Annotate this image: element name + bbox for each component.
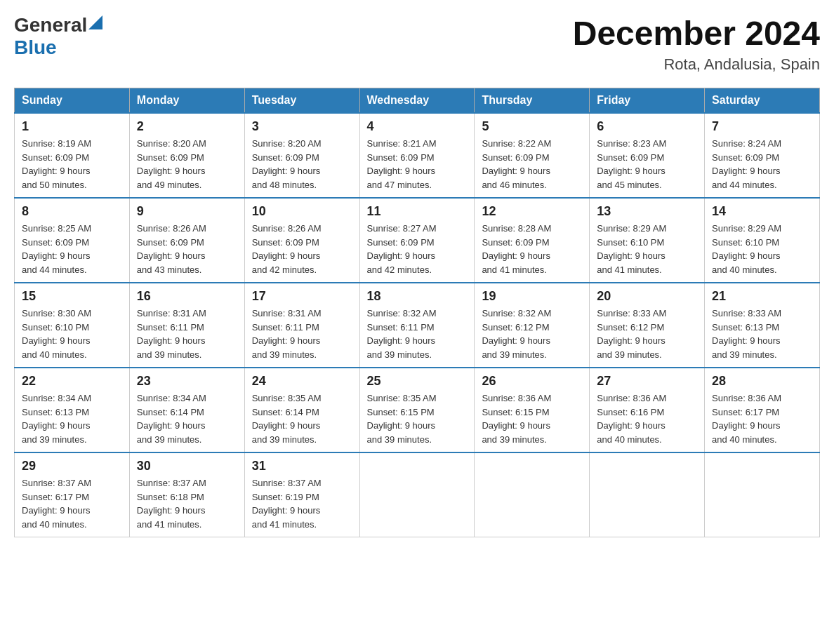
- svg-marker-0: [88, 15, 102, 29]
- table-row: 11 Sunrise: 8:27 AM Sunset: 6:09 PM Dayl…: [359, 198, 475, 283]
- day-info: Sunrise: 8:35 AM Sunset: 6:15 PM Dayligh…: [367, 391, 468, 446]
- day-number: 30: [137, 459, 237, 474]
- day-number: 2: [137, 119, 237, 134]
- table-row: 10 Sunrise: 8:26 AM Sunset: 6:09 PM Dayl…: [244, 198, 359, 283]
- table-row: 15 Sunrise: 8:30 AM Sunset: 6:10 PM Dayl…: [15, 283, 130, 368]
- calendar-week-row: 22 Sunrise: 8:34 AM Sunset: 6:13 PM Dayl…: [15, 368, 820, 452]
- day-info: Sunrise: 8:33 AM Sunset: 6:12 PM Dayligh…: [597, 307, 697, 361]
- table-row: 17 Sunrise: 8:31 AM Sunset: 6:11 PM Dayl…: [244, 283, 359, 368]
- day-number: 23: [137, 374, 237, 389]
- day-number: 1: [22, 119, 122, 134]
- day-info: Sunrise: 8:30 AM Sunset: 6:10 PM Dayligh…: [22, 307, 122, 361]
- day-info: Sunrise: 8:27 AM Sunset: 6:09 PM Dayligh…: [367, 222, 468, 276]
- header-monday: Monday: [129, 88, 244, 114]
- day-number: 24: [252, 374, 352, 389]
- day-info: Sunrise: 8:36 AM Sunset: 6:15 PM Dayligh…: [482, 391, 582, 446]
- table-row: 7 Sunrise: 8:24 AM Sunset: 6:09 PM Dayli…: [705, 113, 820, 198]
- day-info: Sunrise: 8:31 AM Sunset: 6:11 PM Dayligh…: [252, 307, 352, 361]
- day-info: Sunrise: 8:23 AM Sunset: 6:09 PM Dayligh…: [597, 137, 697, 192]
- table-row: 3 Sunrise: 8:20 AM Sunset: 6:09 PM Dayli…: [244, 113, 359, 198]
- table-row: 19 Sunrise: 8:32 AM Sunset: 6:12 PM Dayl…: [475, 283, 590, 368]
- day-number: 11: [367, 204, 468, 219]
- title-section: December 2024 Rota, Andalusia, Spain: [573, 14, 820, 74]
- day-info: Sunrise: 8:20 AM Sunset: 6:09 PM Dayligh…: [137, 137, 237, 192]
- day-number: 3: [252, 119, 352, 134]
- day-info: Sunrise: 8:26 AM Sunset: 6:09 PM Dayligh…: [252, 222, 352, 276]
- day-number: 15: [22, 289, 122, 304]
- calendar-week-row: 8 Sunrise: 8:25 AM Sunset: 6:09 PM Dayli…: [15, 198, 820, 283]
- day-number: 20: [597, 289, 697, 304]
- day-number: 21: [712, 289, 812, 304]
- day-number: 17: [252, 289, 352, 304]
- day-info: Sunrise: 8:32 AM Sunset: 6:12 PM Dayligh…: [482, 307, 582, 361]
- calendar-week-row: 29 Sunrise: 8:37 AM Sunset: 6:17 PM Dayl…: [15, 452, 820, 537]
- day-info: Sunrise: 8:37 AM Sunset: 6:17 PM Dayligh…: [22, 476, 122, 531]
- day-info: Sunrise: 8:31 AM Sunset: 6:11 PM Dayligh…: [137, 307, 237, 361]
- table-row: 25 Sunrise: 8:35 AM Sunset: 6:15 PM Dayl…: [359, 368, 475, 452]
- header-tuesday: Tuesday: [244, 88, 359, 114]
- table-row: 14 Sunrise: 8:29 AM Sunset: 6:10 PM Dayl…: [705, 198, 820, 283]
- calendar-header-row: Sunday Monday Tuesday Wednesday Thursday…: [15, 88, 820, 114]
- day-info: Sunrise: 8:34 AM Sunset: 6:13 PM Dayligh…: [22, 391, 122, 446]
- table-row: [359, 452, 475, 537]
- day-number: 14: [712, 204, 812, 219]
- calendar-week-row: 15 Sunrise: 8:30 AM Sunset: 6:10 PM Dayl…: [15, 283, 820, 368]
- day-info: Sunrise: 8:29 AM Sunset: 6:10 PM Dayligh…: [712, 222, 812, 276]
- table-row: 20 Sunrise: 8:33 AM Sunset: 6:12 PM Dayl…: [590, 283, 705, 368]
- table-row: 8 Sunrise: 8:25 AM Sunset: 6:09 PM Dayli…: [15, 198, 130, 283]
- day-number: 22: [22, 374, 122, 389]
- table-row: 26 Sunrise: 8:36 AM Sunset: 6:15 PM Dayl…: [475, 368, 590, 452]
- day-number: 13: [597, 204, 697, 219]
- logo-triangle-icon: [88, 15, 102, 29]
- day-info: Sunrise: 8:33 AM Sunset: 6:13 PM Dayligh…: [712, 307, 812, 361]
- day-info: Sunrise: 8:36 AM Sunset: 6:17 PM Dayligh…: [712, 391, 812, 446]
- day-number: 28: [712, 374, 812, 389]
- location-title: Rota, Andalusia, Spain: [573, 55, 820, 74]
- table-row: 16 Sunrise: 8:31 AM Sunset: 6:11 PM Dayl…: [129, 283, 244, 368]
- table-row: 18 Sunrise: 8:32 AM Sunset: 6:11 PM Dayl…: [359, 283, 475, 368]
- day-number: 5: [482, 119, 582, 134]
- day-number: 29: [22, 459, 122, 474]
- table-row: 31 Sunrise: 8:37 AM Sunset: 6:19 PM Dayl…: [244, 452, 359, 537]
- day-number: 4: [367, 119, 468, 134]
- table-row: [590, 452, 705, 537]
- table-row: 1 Sunrise: 8:19 AM Sunset: 6:09 PM Dayli…: [15, 113, 130, 198]
- table-row: 22 Sunrise: 8:34 AM Sunset: 6:13 PM Dayl…: [15, 368, 130, 452]
- table-row: 30 Sunrise: 8:37 AM Sunset: 6:18 PM Dayl…: [129, 452, 244, 537]
- day-number: 27: [597, 374, 697, 389]
- header-thursday: Thursday: [475, 88, 590, 114]
- day-info: Sunrise: 8:32 AM Sunset: 6:11 PM Dayligh…: [367, 307, 468, 361]
- day-info: Sunrise: 8:36 AM Sunset: 6:16 PM Dayligh…: [597, 391, 697, 446]
- day-number: 7: [712, 119, 812, 134]
- day-number: 25: [367, 374, 468, 389]
- table-row: 4 Sunrise: 8:21 AM Sunset: 6:09 PM Dayli…: [359, 113, 475, 198]
- logo-blue-text: Blue: [14, 36, 57, 58]
- calendar-table: Sunday Monday Tuesday Wednesday Thursday…: [14, 88, 820, 537]
- table-row: [475, 452, 590, 537]
- day-number: 19: [482, 289, 582, 304]
- table-row: 23 Sunrise: 8:34 AM Sunset: 6:14 PM Dayl…: [129, 368, 244, 452]
- day-info: Sunrise: 8:25 AM Sunset: 6:09 PM Dayligh…: [22, 222, 122, 276]
- day-info: Sunrise: 8:20 AM Sunset: 6:09 PM Dayligh…: [252, 137, 352, 192]
- header-sunday: Sunday: [15, 88, 130, 114]
- table-row: 9 Sunrise: 8:26 AM Sunset: 6:09 PM Dayli…: [129, 198, 244, 283]
- day-info: Sunrise: 8:19 AM Sunset: 6:09 PM Dayligh…: [22, 137, 122, 192]
- table-row: 24 Sunrise: 8:35 AM Sunset: 6:14 PM Dayl…: [244, 368, 359, 452]
- table-row: 21 Sunrise: 8:33 AM Sunset: 6:13 PM Dayl…: [705, 283, 820, 368]
- day-info: Sunrise: 8:37 AM Sunset: 6:18 PM Dayligh…: [137, 476, 237, 531]
- table-row: 5 Sunrise: 8:22 AM Sunset: 6:09 PM Dayli…: [475, 113, 590, 198]
- day-number: 9: [137, 204, 237, 219]
- day-number: 10: [252, 204, 352, 219]
- day-number: 12: [482, 204, 582, 219]
- day-info: Sunrise: 8:35 AM Sunset: 6:14 PM Dayligh…: [252, 391, 352, 446]
- day-number: 31: [252, 459, 352, 474]
- logo-general-text: General: [14, 14, 87, 36]
- header-saturday: Saturday: [705, 88, 820, 114]
- calendar-week-row: 1 Sunrise: 8:19 AM Sunset: 6:09 PM Dayli…: [15, 113, 820, 198]
- day-info: Sunrise: 8:26 AM Sunset: 6:09 PM Dayligh…: [137, 222, 237, 276]
- day-number: 26: [482, 374, 582, 389]
- table-row: 27 Sunrise: 8:36 AM Sunset: 6:16 PM Dayl…: [590, 368, 705, 452]
- header-wednesday: Wednesday: [359, 88, 475, 114]
- page-header: General Blue December 2024 Rota, Andalus…: [14, 14, 820, 74]
- day-info: Sunrise: 8:22 AM Sunset: 6:09 PM Dayligh…: [482, 137, 582, 192]
